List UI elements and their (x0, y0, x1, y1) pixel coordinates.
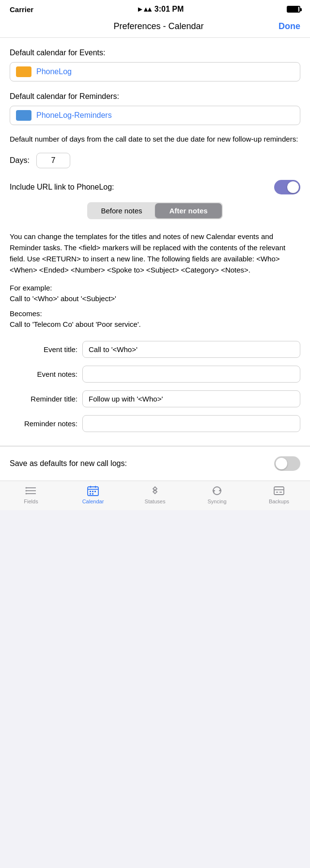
tab-fields-label: Fields (24, 498, 38, 504)
tab-syncing[interactable]: Syncing (186, 485, 248, 504)
svg-rect-13 (90, 493, 91, 495)
tab-bar: Fields Calendar Statuses (0, 481, 310, 510)
days-input[interactable] (36, 153, 70, 168)
statuses-icon (148, 485, 162, 497)
template-info-text: You can change the templates for the tit… (10, 226, 300, 280)
becomes-label: Becomes: (10, 305, 300, 320)
svg-point-5 (26, 493, 27, 494)
reminders-calendar-name: PhoneLog-Reminders (36, 111, 112, 120)
reminders-calendar-color (16, 110, 31, 121)
example-template: Call to '<Who>' about '<Subject>' (10, 293, 300, 305)
reminder-title-input[interactable] (82, 390, 300, 407)
reminder-notes-row: Reminder notes: (10, 411, 300, 436)
reminders-section-label: Default calendar for Reminders: (10, 81, 300, 106)
tab-backups[interactable]: Backups (248, 485, 310, 504)
save-defaults-label: Save as defaults for new call logs: (10, 459, 127, 468)
save-defaults-toggle[interactable] (274, 456, 300, 471)
battery-icon (287, 6, 300, 13)
before-notes-button[interactable]: Before notes (88, 203, 155, 218)
syncing-icon (210, 485, 224, 497)
tab-syncing-label: Syncing (207, 498, 226, 504)
svg-rect-15 (274, 487, 284, 495)
status-bar: Carrier ►▴▴ 3:01 PM (0, 0, 310, 16)
events-section-label: Default calendar for Events: (10, 38, 300, 62)
svg-rect-10 (90, 491, 91, 492)
events-calendar-selector[interactable]: PhoneLog (10, 62, 300, 81)
reminders-calendar-selector[interactable]: PhoneLog-Reminders (10, 106, 300, 125)
svg-rect-11 (92, 491, 93, 492)
status-icons (287, 6, 300, 13)
tab-fields[interactable]: Fields (0, 485, 62, 504)
event-title-row: Event title: (10, 337, 300, 362)
example-block: For example: Call to '<Who>' about '<Sub… (10, 280, 300, 337)
reminder-title-row: Reminder title: (10, 386, 300, 411)
main-content: Default calendar for Events: PhoneLog De… (0, 38, 310, 446)
followup-description: Default number of days from the call dat… (10, 125, 300, 150)
events-calendar-color (16, 66, 31, 77)
svg-point-4 (26, 490, 27, 491)
url-link-label: Include URL link to PhoneLog: (10, 183, 114, 192)
svg-point-3 (26, 487, 27, 488)
svg-rect-14 (92, 493, 93, 495)
tab-calendar-label: Calendar (82, 498, 104, 504)
tab-statuses[interactable]: Statuses (124, 485, 186, 504)
tab-statuses-label: Statuses (145, 498, 166, 504)
done-button[interactable]: Done (279, 21, 300, 32)
url-link-row: Include URL link to PhoneLog: (10, 173, 300, 199)
becomes-value: Call to 'Telecom Co' about 'Poor service… (10, 319, 300, 330)
carrier-label: Carrier (10, 5, 33, 14)
event-title-label: Event title: (10, 345, 78, 354)
notes-position-control[interactable]: Before notes After notes (87, 202, 223, 219)
events-calendar-name: PhoneLog (36, 67, 72, 76)
event-notes-input[interactable] (82, 366, 300, 383)
time-label: 3:01 PM (155, 5, 184, 14)
footer-section: Save as defaults for new call logs: (0, 446, 310, 481)
wifi-icon: ►▴▴ (137, 5, 152, 14)
reminder-notes-label: Reminder notes: (10, 419, 78, 428)
tab-backups-label: Backups (269, 498, 289, 504)
days-label: Days: (10, 156, 30, 165)
svg-rect-12 (94, 491, 96, 492)
event-notes-label: Event notes: (10, 370, 78, 378)
event-title-input[interactable] (82, 341, 300, 358)
example-label: For example: (10, 283, 300, 294)
nav-bar: Preferences - Calendar Done (0, 16, 310, 38)
calendar-icon (86, 485, 100, 497)
after-notes-button[interactable]: After notes (155, 203, 222, 218)
tab-calendar[interactable]: Calendar (62, 485, 124, 504)
fields-icon (24, 485, 38, 497)
save-defaults-row: Save as defaults for new call logs: (10, 454, 300, 476)
url-link-toggle[interactable] (274, 180, 300, 194)
backups-icon (272, 485, 286, 497)
page-title: Preferences - Calendar (113, 21, 203, 32)
reminder-title-label: Reminder title: (10, 395, 78, 403)
event-notes-row: Event notes: (10, 362, 300, 386)
days-row: Days: (10, 150, 300, 173)
reminder-notes-input[interactable] (82, 415, 300, 432)
